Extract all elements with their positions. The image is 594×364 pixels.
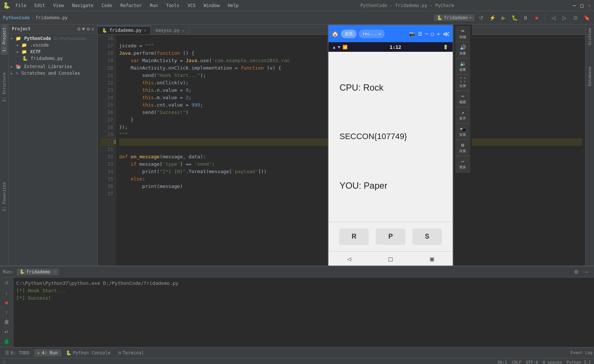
- run-scroll-down-btn[interactable]: ↓: [2, 289, 11, 297]
- tree-item-fridademo[interactable]: 🐍 fridademo.py: [9, 55, 97, 62]
- run-tab-close[interactable]: ✕: [53, 269, 56, 274]
- sidebar-close-icon[interactable]: ✕: [91, 26, 94, 32]
- build-button[interactable]: ⚡: [488, 13, 497, 22]
- run-settings-btn[interactable]: ⚙: [572, 267, 581, 276]
- project-label: PythonCode: [3, 15, 30, 20]
- emu-fullscreen-btn[interactable]: ⛶ 全屏: [455, 75, 470, 91]
- emu-install-btn[interactable]: 📲 安装: [455, 124, 470, 140]
- update-button[interactable]: ↺: [477, 13, 486, 22]
- emu-multiopen-btn[interactable]: ↗ 多开: [455, 107, 470, 124]
- run-clear-btn[interactable]: 🗑: [2, 318, 11, 326]
- project-tree: ▾ 📁 PythonCode D:\PythonCode ▸ 📁 .vscode…: [9, 34, 97, 266]
- mobile-home-nav[interactable]: □: [389, 255, 393, 263]
- tab-run[interactable]: ▶ 4: Run: [34, 349, 62, 357]
- emu-keyboard-btn[interactable]: ⌨ 按键: [455, 26, 470, 42]
- scview-label[interactable]: SciView: [587, 26, 593, 47]
- language[interactable]: Python 3.7: [567, 360, 591, 364]
- indent[interactable]: 4 spaces: [543, 360, 562, 364]
- menu-tools[interactable]: Tools: [163, 2, 182, 9]
- menu-help[interactable]: Help: [225, 2, 242, 9]
- tab-terminal-label: Terminal: [123, 350, 144, 355]
- install-icon: 📲: [460, 126, 466, 132]
- mobile-close-icon[interactable]: ✕: [437, 31, 440, 37]
- back-button[interactable]: ◁: [549, 13, 558, 22]
- event-log-label[interactable]: Event Log: [570, 350, 593, 355]
- mobile-menu-icon[interactable]: ☰: [418, 31, 422, 37]
- run-panel-header: Run: 🐍 fridademo ✕ ⚙ ─: [0, 266, 594, 277]
- tab-python-console[interactable]: 🐍 Python Console: [62, 349, 114, 357]
- run-scroll-up-btn[interactable]: ↑: [2, 308, 11, 316]
- emu-vol-down-btn[interactable]: 🔉 减量: [455, 58, 470, 75]
- mobile-back-nav[interactable]: ◁: [347, 255, 351, 263]
- maximize-button[interactable]: □: [580, 3, 583, 9]
- emu-screenshot-btn[interactable]: ✂ 截图: [455, 91, 470, 107]
- cursor-position[interactable]: 30:1: [497, 360, 507, 364]
- bookmark-button[interactable]: 🔖: [582, 13, 591, 22]
- tab-fridademo[interactable]: 🐍 fridademo.py ✕: [98, 26, 151, 34]
- mobile-status-bar: ▲ ▼ 📶 1:12 🔋: [328, 42, 453, 52]
- run-config-selector[interactable]: 🐍 fridademo ▾: [434, 14, 475, 21]
- menu-view[interactable]: View: [50, 2, 67, 9]
- sidebar-settings-icon[interactable]: ⚙: [87, 26, 90, 32]
- mobile-tab-home[interactable]: 首页: [341, 30, 357, 38]
- menu-code[interactable]: Code: [99, 2, 115, 9]
- mobile-minimize-icon[interactable]: ─: [425, 31, 428, 37]
- database-label[interactable]: Database: [587, 64, 593, 88]
- mobile-tab-roc[interactable]: roc... ✕: [359, 30, 385, 38]
- tree-item-external-libs[interactable]: ▸ 📚 External Libraries: [9, 63, 97, 70]
- run-stop-btn[interactable]: ■: [2, 299, 11, 307]
- sidebar-collapse-icon[interactable]: ▼: [82, 26, 85, 32]
- tree-item-pythoncode[interactable]: ▾ 📁 PythonCode D:\PythonCode: [9, 35, 97, 42]
- menu-navigate[interactable]: Navigate: [69, 2, 97, 9]
- sidebar-gear-icon[interactable]: ⚙: [77, 26, 80, 32]
- tree-item-xctf[interactable]: ▸ 📁 XCTF: [9, 48, 97, 55]
- mobile-btn-p[interactable]: P: [376, 229, 405, 245]
- tab-todo[interactable]: ☰ 6: TODO: [1, 349, 33, 357]
- mobile-resize-icon[interactable]: □: [431, 31, 434, 37]
- mobile-home-icon[interactable]: 🏠: [331, 30, 339, 37]
- emu-settings-btn[interactable]: ⚙ 设置: [455, 140, 470, 156]
- mobile-btn-s[interactable]: S: [412, 229, 442, 245]
- menu-run[interactable]: Run: [147, 2, 161, 9]
- pause-button[interactable]: ⏸: [521, 13, 530, 22]
- run-minimize-btn[interactable]: ─: [582, 267, 591, 276]
- emu-more-btn[interactable]: ⋯ 更多: [455, 156, 470, 172]
- stop-button[interactable]: ■: [532, 13, 541, 22]
- mobile-back-icon[interactable]: ≪: [443, 30, 450, 38]
- menu-vcs[interactable]: VCS: [185, 2, 199, 9]
- menu-window[interactable]: Window: [201, 2, 223, 9]
- run-wrap-btn[interactable]: ↵: [2, 327, 11, 336]
- run-tree-btn[interactable]: 🌲: [2, 337, 11, 346]
- run-config-tab[interactable]: 🐍 fridademo ✕: [17, 269, 59, 275]
- nav-favorites[interactable]: 2: Favorites: [1, 179, 8, 214]
- charset[interactable]: UTF-8: [526, 360, 538, 364]
- tree-item-scratches[interactable]: ▸ ✎ Scratches and Consoles: [9, 70, 97, 77]
- tree-path-pythoncode: D:\PythonCode: [54, 36, 86, 41]
- mobile-camera-icon[interactable]: 📷: [409, 31, 415, 37]
- mobile-app-content[interactable]: CPU: Rock SECCON{107749} YOU: Paper: [328, 52, 453, 222]
- tab-fridademo-close[interactable]: ✕: [144, 28, 146, 33]
- line-ending[interactable]: CRLF: [512, 360, 522, 364]
- mobile-tab-close[interactable]: ✕: [379, 32, 381, 36]
- menu-refactor[interactable]: Refactor: [117, 2, 145, 9]
- run-config-chevron: ▾: [469, 16, 472, 20]
- tab-easyso-close[interactable]: ✕: [182, 28, 184, 33]
- tree-item-vscode[interactable]: ▸ 📁 .vscode: [9, 42, 97, 48]
- debug-button[interactable]: 🐛: [510, 13, 519, 22]
- mobile-device: 🏠 首页 roc... ✕ 📷 ☰ ─ □: [328, 24, 453, 266]
- mobile-recent-nav[interactable]: ▣: [430, 255, 434, 263]
- tab-terminal[interactable]: ⊡ Terminal: [115, 349, 148, 357]
- nav-structure[interactable]: 2: Structure: [1, 70, 8, 105]
- forward-button[interactable]: ▷: [560, 13, 569, 22]
- close-button[interactable]: ✕: [588, 3, 591, 9]
- tab-easyso[interactable]: easyso.py ✕: [151, 26, 189, 34]
- menu-file[interactable]: File: [13, 2, 29, 9]
- run-button[interactable]: ▶: [499, 13, 508, 22]
- nav-project[interactable]: 1: Project: [1, 24, 8, 55]
- menu-edit[interactable]: Edit: [31, 2, 48, 9]
- emu-vol-up-btn[interactable]: 🔊 加量: [455, 42, 470, 58]
- mobile-btn-r[interactable]: R: [339, 229, 369, 245]
- recent-files-button[interactable]: ⊙: [571, 13, 580, 22]
- run-rerun-btn[interactable]: ↺: [2, 279, 11, 287]
- minimize-button[interactable]: ─: [573, 3, 576, 9]
